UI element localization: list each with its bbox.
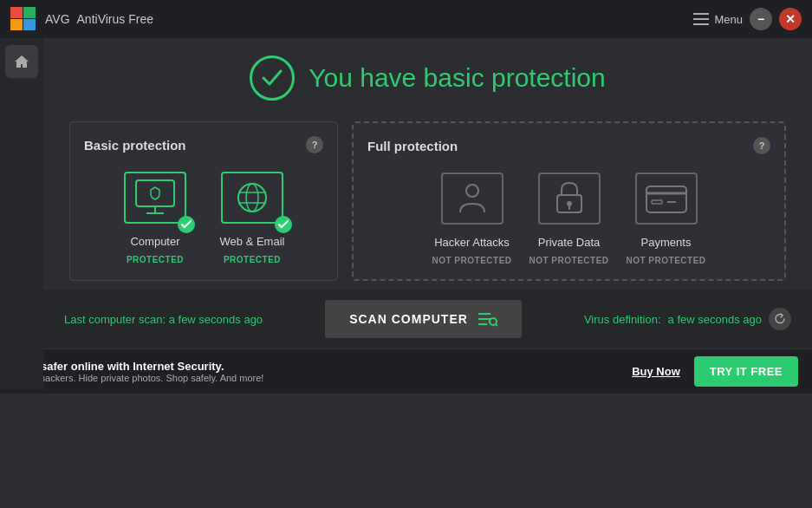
web-email-icon-box [221,172,283,224]
svg-rect-2 [10,19,23,30]
credit-card-icon [645,183,688,214]
refresh-icon [774,313,786,325]
protection-panels: Basic protection ? [69,121,786,281]
svg-rect-6 [693,23,709,25]
last-scan-label: Last computer scan: [64,313,166,326]
basic-items-row: Computer PROTECTED [84,167,323,264]
home-icon [14,54,29,69]
web-email-item[interactable]: Web & Email PROTECTED [209,167,296,264]
app-title: AntiVirus Free [77,12,153,26]
web-email-label: Web & Email [220,235,285,248]
payments-item[interactable]: Payments NOT PROTECTED [623,168,710,265]
payments-icon-box [635,173,698,225]
payments-icon-wrap [632,168,701,229]
scan-button-label: SCAN COMPUTER [349,312,468,326]
basic-help-button[interactable]: ? [306,136,323,153]
web-email-check-badge [275,216,292,233]
basic-panel-title: Basic protection [84,138,186,153]
computer-check-badge [178,216,195,233]
globe-icon [233,179,271,217]
svg-rect-3 [23,19,36,30]
hacker-label: Hacker Attacks [434,236,510,249]
avg-logo-icon [10,7,38,31]
promo-actions: Buy Now TRY IT FREE [632,356,798,387]
check-icon-2 [278,220,289,229]
svg-point-16 [567,201,572,206]
refresh-button[interactable] [769,308,791,330]
payments-status: NOT PROTECTED [626,256,705,265]
hacker-status: NOT PROTECTED [432,256,511,265]
promo-subtext: Block hackers. Hide private photos. Shop… [14,373,263,383]
full-help-button[interactable]: ? [753,137,770,154]
svg-rect-4 [693,13,709,15]
svg-point-25 [490,318,497,325]
main-content: You have basic protection Basic protecti… [43,38,812,290]
scan-bar: Last computer scan: a few seconds ago SC… [0,290,812,348]
buy-now-button[interactable]: Buy Now [632,365,680,378]
hacker-icon-wrap [438,168,507,229]
status-title: You have basic protection [309,63,605,93]
payments-label: Payments [641,236,692,249]
minimize-button[interactable]: − [750,8,772,30]
private-data-icon-box [538,173,601,225]
virus-definition-info: Virus definition: a few seconds ago [584,308,791,330]
last-scan-info: Last computer scan: a few seconds ago [64,313,263,326]
checkmark-icon [261,68,283,88]
lock-icon [554,179,585,218]
search-lines-icon [478,310,497,328]
check-icon [181,220,192,229]
basic-protection-panel: Basic protection ? [69,121,338,281]
private-data-item[interactable]: Private Data NOT PROTECTED [526,168,613,265]
menu-button[interactable]: Menu [693,13,743,26]
svg-line-26 [496,324,497,326]
svg-point-11 [246,184,258,212]
hacker-attacks-item[interactable]: Hacker Attacks NOT PROTECTED [429,168,516,265]
last-scan-value: a few seconds ago [169,313,263,326]
svg-rect-0 [10,7,23,18]
app-name: AVG [45,12,70,26]
private-data-label: Private Data [538,236,601,249]
full-panel-header: Full protection ? [367,137,770,154]
svg-point-14 [466,185,478,197]
computer-icon-box [124,172,186,224]
status-check-circle [250,55,295,101]
computer-label: Computer [130,235,179,248]
web-email-icon-wrap [218,167,287,228]
scan-search-icon [478,310,497,328]
full-items-row: Hacker Attacks NOT PROTECTED [367,168,770,265]
full-protection-panel: Full protection ? Hack [352,121,786,281]
titlebar: AVG AntiVirus Free Menu − ✕ [0,0,812,38]
svg-rect-7 [136,180,174,206]
computer-item[interactable]: Computer PROTECTED [112,167,198,264]
svg-rect-18 [646,186,686,212]
status-header: You have basic protection [69,55,786,101]
promo-headline: Stay safer online with Internet Security… [14,360,263,373]
hamburger-icon [693,13,709,25]
svg-rect-5 [693,18,709,20]
web-email-status: PROTECTED [224,255,281,264]
private-data-status: NOT PROTECTED [529,256,608,265]
promo-bar: Stay safer online with Internet Security… [0,348,812,394]
full-panel-title: Full protection [367,139,458,153]
basic-panel-header: Basic protection ? [84,136,323,153]
private-data-icon-wrap [535,168,604,229]
svg-point-10 [238,184,266,212]
scan-button[interactable]: SCAN COMPUTER [325,300,522,338]
hacker-icon-box [441,173,503,225]
virus-def-value: a few seconds ago [668,313,762,326]
svg-rect-1 [23,7,36,18]
window-controls: Menu − ✕ [693,8,802,30]
sidebar [0,38,43,389]
hacker-icon [453,179,491,218]
menu-label: Menu [714,13,743,26]
close-button[interactable]: ✕ [779,8,802,30]
sidebar-item-home[interactable] [5,45,38,78]
computer-icon [133,179,178,217]
try-free-button[interactable]: TRY IT FREE [694,356,798,387]
app-logo: AVG AntiVirus Free [10,7,153,31]
virus-def-label: Virus definition: [584,313,661,326]
computer-status: PROTECTED [127,255,184,264]
computer-icon-wrap [120,167,190,228]
svg-rect-20 [652,200,662,204]
promo-text-block: Stay safer online with Internet Security… [14,360,263,383]
